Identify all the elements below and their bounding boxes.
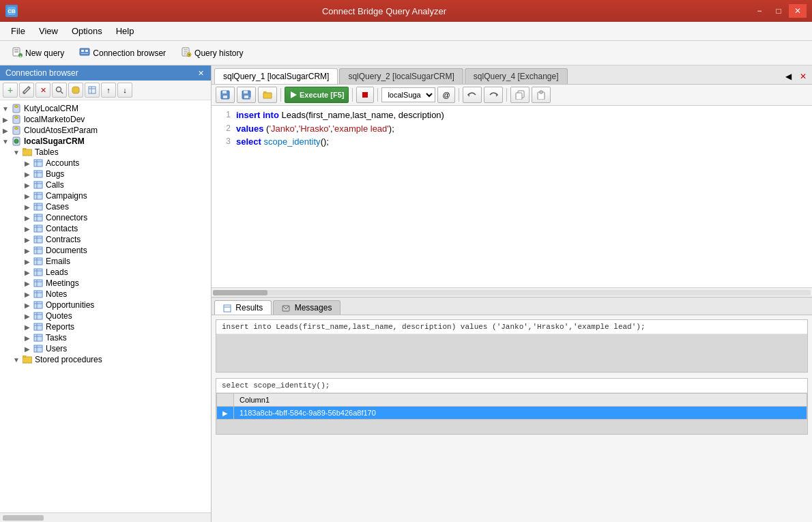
expand-bugs[interactable]: ▶ (22, 171, 33, 178)
expand-documents[interactable]: ▶ (22, 247, 33, 255)
tree-item-marketo[interactable]: ▶ localMarketoDev (0, 114, 211, 125)
tree-item-documents[interactable]: ▶ Documents (0, 245, 211, 256)
open-button[interactable] (258, 87, 277, 103)
tree-up-button[interactable]: ↑ (101, 83, 116, 98)
panel-dock-button[interactable]: ⁭ (191, 69, 194, 78)
results-tab-messages[interactable]: Messages (273, 300, 340, 315)
svg-rect-22 (89, 87, 96, 93)
tree-item-leads[interactable]: ▶ Leads (0, 267, 211, 278)
tree-item-accounts[interactable]: ▶ Accounts (0, 158, 211, 169)
tree-item-tasks[interactable]: ▶ Tasks (0, 332, 211, 343)
svg-line-20 (61, 91, 63, 93)
tree-item-reports[interactable]: ▶ Reports (0, 321, 211, 332)
expand-sugar[interactable]: ▼ (0, 138, 11, 145)
tree-item-contracts[interactable]: ▶ Contracts (0, 234, 211, 245)
redo-button[interactable] (484, 87, 503, 103)
save-as-button[interactable]: + (237, 87, 256, 103)
expand-notes[interactable]: ▶ (22, 291, 33, 298)
tree-label-kuty: KutyLocalCRM (24, 104, 78, 113)
tree-search-button[interactable] (52, 83, 67, 98)
stop-button[interactable] (356, 87, 374, 103)
expand-campaigns[interactable]: ▶ (22, 192, 33, 200)
tree-item-notes[interactable]: ▶ Notes (0, 289, 211, 300)
menu-file[interactable]: File (5, 24, 31, 38)
tree-label-quotes: Quotes (46, 311, 72, 321)
tree-item-users[interactable]: ▶ Users (0, 343, 211, 354)
tab-scroll-left[interactable]: ◀ (783, 70, 794, 83)
menu-options[interactable]: Options (66, 24, 108, 38)
expand-contracts[interactable]: ▶ (22, 236, 33, 244)
tab-sqlquery1[interactable]: sqlQuery_1 [localSugarCRM] (214, 68, 338, 84)
line-number-3: 3 (217, 135, 231, 149)
expand-storedprocs[interactable]: ▼ (11, 356, 22, 364)
tab-sqlquery4[interactable]: sqlQuery_4 [Exchange] (465, 68, 568, 84)
query-history-button[interactable]: ? Query history (175, 44, 249, 62)
expand-connectors[interactable]: ▶ (22, 214, 33, 222)
sql-editor[interactable]: 1 insert into Leads(first_name,last_name… (212, 106, 812, 287)
expand-reports[interactable]: ▶ (22, 323, 33, 331)
execute-button[interactable]: Execute [F5] (285, 87, 349, 103)
close-button[interactable]: ✕ (789, 4, 807, 18)
expand-accounts[interactable]: ▶ (22, 160, 33, 167)
tree-edit-button[interactable] (19, 83, 34, 98)
tree-item-contacts[interactable]: ▶ Contacts (0, 223, 211, 234)
tab-sqlquery2[interactable]: sqlQuery_2 [localSugarCRM] (339, 68, 463, 84)
tree-delete-button[interactable]: ✕ (35, 83, 50, 98)
expand-opportunities[interactable]: ▶ (22, 302, 33, 309)
connection-dropdown[interactable]: localSuga (381, 87, 435, 102)
tree-db-button[interactable] (68, 83, 83, 98)
expand-cloud[interactable]: ▶ (0, 127, 11, 134)
new-query-button[interactable]: + New query (5, 44, 70, 62)
menu-help[interactable]: Help (111, 24, 140, 38)
expand-tables[interactable]: ▼ (11, 149, 22, 156)
expand-marketo[interactable]: ▶ (0, 116, 11, 124)
expand-cases[interactable]: ▶ (22, 203, 33, 211)
result-header-select: select scope_identity(); (216, 379, 807, 393)
tree-item-campaigns[interactable]: ▶ Campaigns (0, 190, 211, 201)
expand-quotes[interactable]: ▶ (22, 313, 33, 320)
results-tab-results[interactable]: Results (214, 300, 272, 315)
save-button[interactable] (216, 87, 235, 103)
expand-emails[interactable]: ▶ (22, 258, 33, 265)
svg-rect-45 (34, 203, 42, 210)
expand-kuty[interactable]: ▼ (0, 105, 11, 113)
expand-leads[interactable]: ▶ (22, 269, 33, 276)
tree-item-cloud[interactable]: ▶ CloudAtosExtParam (0, 125, 211, 136)
tree-item-calls[interactable]: ▶ Calls (0, 179, 211, 190)
tree-item-meetings[interactable]: ▶ Meetings (0, 278, 211, 289)
menu-view[interactable]: View (33, 24, 63, 38)
tree-item-sugar[interactable]: ▼ localSugarCRM (0, 136, 211, 147)
tree-item-bugs[interactable]: ▶ Bugs (0, 169, 211, 179)
tree-add-button[interactable]: + (3, 83, 18, 98)
at-button[interactable]: @ (437, 87, 454, 103)
tree-container: ▼ KutyLocalCRM ▶ localMarketoDev ▶ (0, 100, 211, 522)
paste-button[interactable] (532, 87, 551, 103)
tree-item-storedprocs[interactable]: ▼ Stored procedures (0, 354, 211, 365)
panel-close-button[interactable]: ✕ (197, 69, 205, 78)
tree-item-quotes[interactable]: ▶ Quotes (0, 310, 211, 321)
expand-users[interactable]: ▶ (22, 345, 33, 353)
result-table-row[interactable]: ▶ 1183a8cb-4bff-584c-9a89-56b426a8f170 (217, 407, 807, 420)
expand-meetings[interactable]: ▶ (22, 280, 33, 287)
expand-calls[interactable]: ▶ (22, 182, 33, 189)
tree-down-button[interactable]: ↓ (117, 83, 132, 98)
editor-h-scrollbar[interactable] (212, 287, 812, 297)
tree-item-cases[interactable]: ▶ Cases (0, 201, 211, 212)
expand-contacts[interactable]: ▶ (22, 225, 33, 233)
tree-table-button[interactable] (85, 83, 100, 98)
db-icon-kuty (11, 104, 22, 113)
undo-button[interactable] (463, 87, 482, 103)
tab-close-button[interactable]: ✕ (797, 70, 809, 83)
tree-item-emails[interactable]: ▶ Emails (0, 256, 211, 267)
tree-item-connectors[interactable]: ▶ Connectors (0, 212, 211, 223)
tree-item-tables[interactable]: ▼ Tables (0, 147, 211, 158)
connection-browser-button[interactable]: Connection browser (73, 44, 172, 62)
expand-tasks[interactable]: ▶ (22, 334, 33, 342)
minimize-button[interactable]: − (751, 4, 768, 18)
left-horizontal-scrollbar[interactable] (0, 512, 211, 522)
tree-area[interactable]: ▼ KutyLocalCRM ▶ localMarketoDev ▶ (0, 100, 211, 512)
tree-item-opportunities[interactable]: ▶ Opportunities (0, 300, 211, 310)
maximize-button[interactable]: □ (770, 4, 787, 18)
tree-item-kuty[interactable]: ▼ KutyLocalCRM (0, 103, 211, 114)
copy-button[interactable] (510, 87, 530, 103)
